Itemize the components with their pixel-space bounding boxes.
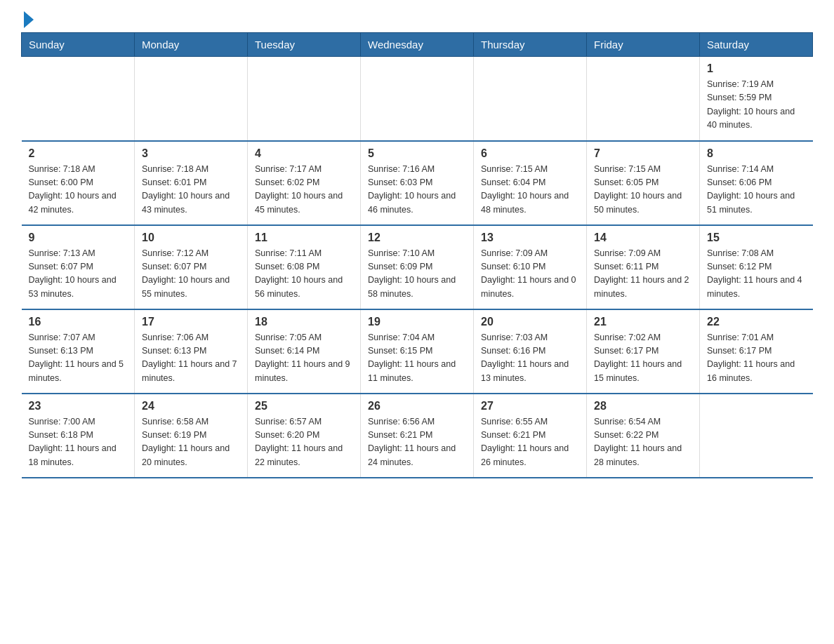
day-info: Sunrise: 7:18 AMSunset: 6:01 PMDaylight:… — [142, 163, 240, 217]
day-number: 21 — [594, 316, 692, 328]
calendar-cell: 16Sunrise: 7:07 AMSunset: 6:13 PMDayligh… — [22, 309, 135, 394]
calendar-cell: 22Sunrise: 7:01 AMSunset: 6:17 PMDayligh… — [700, 309, 813, 394]
day-number: 24 — [142, 400, 240, 412]
calendar-header-row: SundayMondayTuesdayWednesdayThursdayFrid… — [22, 33, 813, 57]
day-number: 15 — [707, 232, 806, 244]
day-info: Sunrise: 7:13 AMSunset: 6:07 PMDaylight:… — [29, 247, 128, 302]
day-info: Sunrise: 6:56 AMSunset: 6:21 PMDaylight:… — [368, 415, 466, 470]
day-info: Sunrise: 7:17 AMSunset: 6:02 PMDaylight:… — [255, 163, 353, 217]
day-info: Sunrise: 7:07 AMSunset: 6:13 PMDaylight:… — [29, 331, 128, 386]
calendar-week-row: 23Sunrise: 7:00 AMSunset: 6:18 PMDayligh… — [22, 394, 813, 478]
day-number: 28 — [594, 400, 692, 412]
day-number: 2 — [29, 147, 128, 160]
calendar-cell: 15Sunrise: 7:08 AMSunset: 6:12 PMDayligh… — [700, 225, 813, 309]
day-number: 5 — [368, 147, 466, 160]
calendar-cell — [22, 57, 135, 141]
day-number: 6 — [481, 147, 579, 160]
calendar-cell — [587, 57, 700, 141]
day-info: Sunrise: 7:19 AMSunset: 5:59 PMDaylight:… — [707, 78, 806, 133]
calendar-cell: 6Sunrise: 7:15 AMSunset: 6:04 PMDaylight… — [474, 141, 587, 225]
day-info: Sunrise: 7:09 AMSunset: 6:10 PMDaylight:… — [481, 247, 579, 302]
day-info: Sunrise: 7:09 AMSunset: 6:11 PMDaylight:… — [594, 247, 692, 302]
weekday-header-thursday: Thursday — [474, 33, 587, 57]
calendar-cell — [248, 57, 361, 141]
calendar-cell: 5Sunrise: 7:16 AMSunset: 6:03 PMDaylight… — [361, 141, 474, 225]
calendar-cell: 21Sunrise: 7:02 AMSunset: 6:17 PMDayligh… — [587, 309, 700, 394]
weekday-header-friday: Friday — [587, 33, 700, 57]
calendar-cell: 7Sunrise: 7:15 AMSunset: 6:05 PMDaylight… — [587, 141, 700, 225]
day-number: 27 — [481, 400, 579, 412]
calendar-week-row: 2Sunrise: 7:18 AMSunset: 6:00 PMDaylight… — [22, 141, 813, 225]
logo — [21, 14, 34, 25]
day-info: Sunrise: 7:08 AMSunset: 6:12 PMDaylight:… — [707, 247, 806, 302]
day-number: 9 — [29, 232, 128, 244]
calendar-cell: 12Sunrise: 7:10 AMSunset: 6:09 PMDayligh… — [361, 225, 474, 309]
day-info: Sunrise: 6:54 AMSunset: 6:22 PMDaylight:… — [594, 415, 692, 470]
day-number: 17 — [142, 316, 240, 328]
weekday-header-sunday: Sunday — [22, 33, 135, 57]
calendar-cell: 26Sunrise: 6:56 AMSunset: 6:21 PMDayligh… — [361, 394, 474, 478]
calendar-cell: 17Sunrise: 7:06 AMSunset: 6:13 PMDayligh… — [135, 309, 248, 394]
day-number: 13 — [481, 232, 579, 244]
day-number: 3 — [142, 147, 240, 160]
calendar-cell: 27Sunrise: 6:55 AMSunset: 6:21 PMDayligh… — [474, 394, 587, 478]
day-info: Sunrise: 7:15 AMSunset: 6:05 PMDaylight:… — [594, 163, 692, 217]
calendar-cell: 9Sunrise: 7:13 AMSunset: 6:07 PMDaylight… — [22, 225, 135, 309]
day-info: Sunrise: 7:18 AMSunset: 6:00 PMDaylight:… — [29, 163, 128, 217]
day-info: Sunrise: 7:06 AMSunset: 6:13 PMDaylight:… — [142, 331, 240, 386]
day-info: Sunrise: 7:10 AMSunset: 6:09 PMDaylight:… — [368, 247, 466, 302]
day-info: Sunrise: 6:58 AMSunset: 6:19 PMDaylight:… — [142, 415, 240, 470]
calendar-week-row: 16Sunrise: 7:07 AMSunset: 6:13 PMDayligh… — [22, 309, 813, 394]
day-number: 7 — [594, 147, 692, 160]
calendar-cell: 24Sunrise: 6:58 AMSunset: 6:19 PMDayligh… — [135, 394, 248, 478]
day-number: 18 — [255, 316, 353, 328]
day-number: 26 — [368, 400, 466, 412]
calendar-cell: 19Sunrise: 7:04 AMSunset: 6:15 PMDayligh… — [361, 309, 474, 394]
day-number: 25 — [255, 400, 353, 412]
day-number: 1 — [707, 62, 806, 75]
day-number: 19 — [368, 316, 466, 328]
day-number: 20 — [481, 316, 579, 328]
day-info: Sunrise: 7:15 AMSunset: 6:04 PMDaylight:… — [481, 163, 579, 217]
day-info: Sunrise: 7:05 AMSunset: 6:14 PMDaylight:… — [255, 331, 353, 386]
calendar-cell: 13Sunrise: 7:09 AMSunset: 6:10 PMDayligh… — [474, 225, 587, 309]
calendar-cell: 1Sunrise: 7:19 AMSunset: 5:59 PMDaylight… — [700, 57, 813, 141]
day-info: Sunrise: 7:02 AMSunset: 6:17 PMDaylight:… — [594, 331, 692, 386]
weekday-header-tuesday: Tuesday — [248, 33, 361, 57]
day-number: 22 — [707, 316, 806, 328]
day-info: Sunrise: 7:04 AMSunset: 6:15 PMDaylight:… — [368, 331, 466, 386]
day-info: Sunrise: 7:16 AMSunset: 6:03 PMDaylight:… — [368, 163, 466, 217]
weekday-header-monday: Monday — [135, 33, 248, 57]
weekday-header-saturday: Saturday — [700, 33, 813, 57]
calendar-cell: 8Sunrise: 7:14 AMSunset: 6:06 PMDaylight… — [700, 141, 813, 225]
day-number: 12 — [368, 232, 466, 244]
day-info: Sunrise: 7:14 AMSunset: 6:06 PMDaylight:… — [707, 163, 806, 217]
calendar-cell: 18Sunrise: 7:05 AMSunset: 6:14 PMDayligh… — [248, 309, 361, 394]
calendar-cell: 4Sunrise: 7:17 AMSunset: 6:02 PMDaylight… — [248, 141, 361, 225]
day-number: 4 — [255, 147, 353, 160]
calendar-cell — [361, 57, 474, 141]
calendar-cell: 28Sunrise: 6:54 AMSunset: 6:22 PMDayligh… — [587, 394, 700, 478]
logo-general-text — [21, 14, 34, 28]
calendar-cell: 2Sunrise: 7:18 AMSunset: 6:00 PMDaylight… — [22, 141, 135, 225]
day-number: 23 — [29, 400, 128, 412]
calendar-cell: 3Sunrise: 7:18 AMSunset: 6:01 PMDaylight… — [135, 141, 248, 225]
day-info: Sunrise: 7:12 AMSunset: 6:07 PMDaylight:… — [142, 247, 240, 302]
calendar-cell: 14Sunrise: 7:09 AMSunset: 6:11 PMDayligh… — [587, 225, 700, 309]
calendar-cell: 23Sunrise: 7:00 AMSunset: 6:18 PMDayligh… — [22, 394, 135, 478]
day-info: Sunrise: 7:00 AMSunset: 6:18 PMDaylight:… — [29, 415, 128, 470]
calendar-cell — [700, 394, 813, 478]
calendar-cell: 11Sunrise: 7:11 AMSunset: 6:08 PMDayligh… — [248, 225, 361, 309]
calendar-cell: 20Sunrise: 7:03 AMSunset: 6:16 PMDayligh… — [474, 309, 587, 394]
day-number: 14 — [594, 232, 692, 244]
calendar-table: SundayMondayTuesdayWednesdayThursdayFrid… — [21, 32, 813, 478]
calendar-cell: 10Sunrise: 7:12 AMSunset: 6:07 PMDayligh… — [135, 225, 248, 309]
day-info: Sunrise: 6:57 AMSunset: 6:20 PMDaylight:… — [255, 415, 353, 470]
day-number: 16 — [29, 316, 128, 328]
day-info: Sunrise: 6:55 AMSunset: 6:21 PMDaylight:… — [481, 415, 579, 470]
calendar-cell — [474, 57, 587, 141]
calendar-week-row: 1Sunrise: 7:19 AMSunset: 5:59 PMDaylight… — [22, 57, 813, 141]
day-info: Sunrise: 7:03 AMSunset: 6:16 PMDaylight:… — [481, 331, 579, 386]
page-header — [21, 14, 813, 25]
weekday-header-wednesday: Wednesday — [361, 33, 474, 57]
